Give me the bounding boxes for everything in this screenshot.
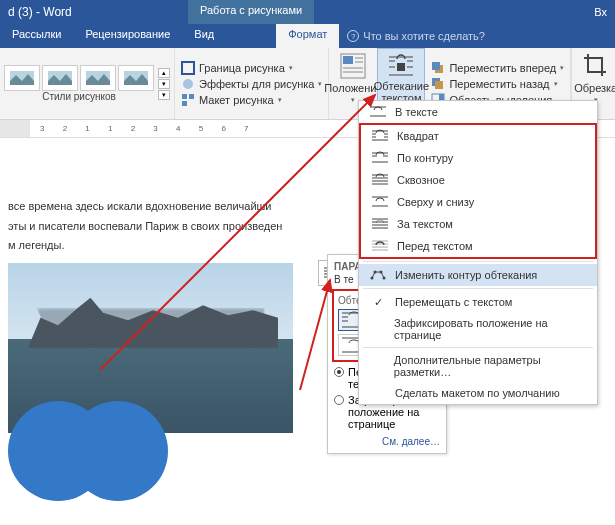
effects-icon [181,77,195,91]
menu-item-through[interactable]: Сквозное [361,169,595,191]
layout-icon [181,93,195,107]
style-thumb[interactable] [80,65,116,91]
menu-item-move-with-text[interactable]: ✓ Перемещать с текстом [359,291,597,313]
menu-item-inline[interactable]: В тексте [359,101,597,123]
radio-icon [334,395,344,405]
picture-layout-button[interactable]: Макет рисунка▾ [181,93,322,107]
crop-icon [582,52,610,80]
svg-rect-6 [182,94,187,99]
svg-rect-25 [435,81,443,89]
svg-point-82 [380,271,383,274]
gallery-expand[interactable]: ▴▾▾ [156,66,170,102]
square-icon [371,129,389,143]
see-more-link[interactable]: См. далее… [334,436,440,447]
heart-shape[interactable] [8,401,208,461]
menu-item-default[interactable]: Сделать макетом по умолчанию [359,382,597,404]
bring-forward-button[interactable]: Переместить вперед▾ [431,61,564,75]
menu-item-fix-position[interactable]: Зафиксировать положение на странице [359,313,597,345]
picture-format-group: Граница рисунка▾ Эффекты для рисунка▾ Ма… [175,48,329,119]
wrap-text-menu: В тексте Квадрат По контуру Сквозное Све… [358,100,598,405]
behind-icon [371,217,389,231]
tell-me-label: Что вы хотите сделать? [363,30,485,42]
topbottom-icon [371,195,389,209]
front-icon [371,239,389,253]
blank-icon [369,359,386,373]
inline-icon [369,105,387,119]
picture-styles-gallery[interactable]: Стили рисунков ▴▾▾ [0,48,175,119]
svg-rect-10 [343,56,353,64]
svg-rect-7 [189,94,194,99]
svg-rect-18 [397,63,405,71]
position-icon [339,52,367,80]
tell-me-search[interactable]: ? Что вы хотите сделать? [339,24,493,48]
tab-format[interactable]: Формат [276,24,339,48]
svg-rect-8 [182,101,187,106]
blank-icon [369,322,386,336]
ribbon-tabs: Рассылки Рецензирование Вид Работа с рис… [0,24,615,48]
layout-label: Макет рисунка [199,94,274,106]
menu-item-front[interactable]: Перед текстом [361,235,595,257]
context-tab-label: Работа с рисунками [188,0,314,24]
wrap-options-highlight-menu: Квадрат По контуру Сквозное Сверху и сни… [359,123,597,259]
border-label: Граница рисунка [199,62,285,74]
svg-point-81 [374,271,377,274]
picture-border-button[interactable]: Граница рисунка▾ [181,61,322,75]
title-right: Вх [594,6,607,18]
menu-item-more-options[interactable]: Дополнительные параметры разметки… [359,350,597,382]
ruler-marks: 3 2 1 1 2 3 4 5 6 7 [30,120,257,137]
menu-item-behind[interactable]: За текстом [361,213,595,235]
menu-item-square[interactable]: Квадрат [361,125,595,147]
edit-points-icon [369,268,387,282]
tight-icon [371,151,389,165]
style-thumb[interactable] [4,65,40,91]
radio-icon [334,367,344,377]
send-backward-icon [431,77,445,91]
tab-mailings[interactable]: Рассылки [0,24,73,48]
svg-rect-23 [432,62,440,70]
svg-point-83 [383,277,386,280]
tab-review[interactable]: Рецензирование [73,24,182,48]
svg-point-80 [371,277,374,280]
check-icon: ✓ [369,295,387,309]
effects-label: Эффекты для рисунка [199,78,314,90]
through-icon [371,173,389,187]
title-text: d (3) - Word [8,5,72,19]
svg-rect-4 [182,62,194,74]
wrap-icon [387,53,415,78]
border-icon [181,61,195,75]
menu-item-tight[interactable]: По контуру [361,147,595,169]
gallery-label: Стили рисунков [4,91,154,102]
lightbulb-icon: ? [347,30,359,42]
svg-point-5 [183,79,193,89]
picture-effects-button[interactable]: Эффекты для рисунка▾ [181,77,322,91]
style-thumb[interactable] [118,65,154,91]
send-backward-button[interactable]: Переместить назад▾ [431,77,564,91]
tab-view[interactable]: Вид [182,24,226,48]
bring-forward-icon [431,61,445,75]
menu-item-topbottom[interactable]: Сверху и снизу [361,191,595,213]
menu-item-edit-points[interactable]: Изменить контур обтекания [359,264,597,286]
blank-icon [369,386,387,400]
style-thumb[interactable] [42,65,78,91]
